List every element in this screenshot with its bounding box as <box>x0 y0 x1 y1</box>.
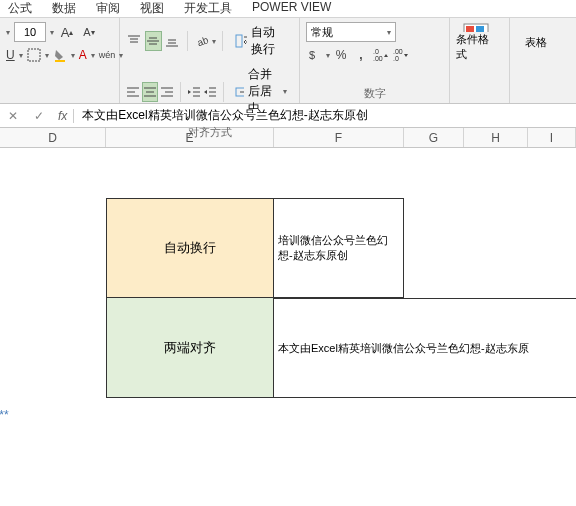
align-middle-icon[interactable] <box>145 31 162 51</box>
increase-font-icon[interactable]: A▴ <box>58 23 76 41</box>
comma-icon[interactable]: , <box>352 46 370 64</box>
tab-devtools[interactable]: 开发工具 <box>184 0 232 17</box>
border-caret[interactable]: ▾ <box>45 51 49 60</box>
number-group: 常规 ▾ $ ▾ % , .0.00 .00.0 数字 <box>300 18 450 103</box>
tab-view[interactable]: 视图 <box>140 0 164 17</box>
decrease-decimal-icon[interactable]: .00.0 <box>392 46 410 64</box>
number-format-select[interactable]: 常规 ▾ <box>306 22 396 42</box>
svg-text:.00: .00 <box>373 55 383 62</box>
cell-overflow-2[interactable]: 本文由Excel精英培训微信公众号兰色幻想-赵志东原 <box>274 298 576 398</box>
phonetic-icon[interactable]: wén <box>99 46 116 64</box>
align-left-icon[interactable] <box>126 82 140 102</box>
row-asterisks: **** <box>0 408 9 422</box>
col-header-f[interactable]: F <box>274 128 404 147</box>
fx-icon[interactable]: fx <box>52 109 74 123</box>
svg-rect-0 <box>28 49 40 61</box>
ribbon-tabs: 公式 数据 审阅 视图 开发工具 POWER VIEW <box>0 0 576 18</box>
number-group-label: 数字 <box>306 86 443 101</box>
col-header-e[interactable]: E <box>106 128 274 147</box>
svg-text:.0: .0 <box>393 55 399 62</box>
cell-overflow-1[interactable]: 培训微信公众号兰色幻想-赵志东原创 <box>274 198 404 298</box>
tab-powerview[interactable]: POWER VIEW <box>252 0 331 17</box>
col-header-g[interactable]: G <box>404 128 464 147</box>
styles-group: 条件格式 <box>450 18 510 103</box>
align-center-icon[interactable] <box>142 82 158 102</box>
align-top-icon[interactable] <box>126 31 143 51</box>
increase-decimal-icon[interactable]: .0.00 <box>372 46 390 64</box>
ribbon: ▾ 10 ▾ A▴ A▾ U ▾ ▾ ▾ A ▾ wén ▾ <box>0 18 576 104</box>
decrease-indent-icon[interactable] <box>187 82 201 102</box>
wrap-icon <box>235 34 247 48</box>
fontcolor-caret[interactable]: ▾ <box>91 51 95 60</box>
svg-rect-12 <box>236 35 242 47</box>
border-icon[interactable] <box>27 46 41 64</box>
format-value: 常规 <box>311 25 333 40</box>
underline-caret[interactable]: ▾ <box>19 51 23 60</box>
underline-icon[interactable]: U <box>6 46 15 64</box>
svg-text:.00: .00 <box>393 48 403 55</box>
worksheet[interactable]: 自动换行 培训微信公众号兰色幻想-赵志东原创 两端对齐 本文由Excel精英培训… <box>0 148 576 506</box>
accept-icon[interactable]: ✓ <box>26 109 52 123</box>
merge-icon <box>235 85 243 99</box>
orientation-caret[interactable]: ▾ <box>212 37 216 46</box>
format-caret: ▾ <box>387 28 391 37</box>
svg-text:.0: .0 <box>373 48 379 55</box>
table-format-button[interactable]: 表格 <box>516 22 556 62</box>
wrap-text-button[interactable]: 自动换行 <box>229 22 293 60</box>
font-group: ▾ 10 ▾ A▴ A▾ U ▾ ▾ ▾ A ▾ wén ▾ <box>0 18 120 103</box>
col-header-i[interactable]: I <box>528 128 576 147</box>
column-headers: D E F G H I <box>0 128 576 148</box>
percent-icon[interactable]: % <box>332 46 350 64</box>
svg-rect-1 <box>55 60 65 62</box>
table-group: 表格 <box>510 18 540 103</box>
table-label: 表格 <box>525 35 547 50</box>
formula-input[interactable] <box>74 109 576 123</box>
tab-formula[interactable]: 公式 <box>8 0 32 17</box>
cell-justify[interactable]: 两端对齐 <box>106 298 274 398</box>
fill-caret[interactable]: ▾ <box>71 51 75 60</box>
fill-color-icon[interactable] <box>53 46 67 64</box>
font-color-icon[interactable]: A <box>79 46 87 64</box>
merge-caret[interactable]: ▾ <box>283 87 287 96</box>
increase-indent-icon[interactable] <box>203 82 217 102</box>
cancel-icon[interactable]: ✕ <box>0 109 26 123</box>
align-bottom-icon[interactable] <box>164 31 181 51</box>
currency-caret[interactable]: ▾ <box>326 51 330 60</box>
currency-icon[interactable]: $ <box>306 46 324 64</box>
tab-data[interactable]: 数据 <box>52 0 76 17</box>
conditional-format-button[interactable]: 条件格式 <box>456 22 496 62</box>
conditional-label: 条件格式 <box>456 32 496 62</box>
tab-review[interactable]: 审阅 <box>96 0 120 17</box>
font-dropdown-caret[interactable]: ▾ <box>6 28 10 37</box>
size-caret[interactable]: ▾ <box>50 28 54 37</box>
conditional-format-icon <box>462 22 490 32</box>
cell-wrap-text[interactable]: 自动换行 <box>106 198 274 298</box>
svg-text:$: $ <box>309 49 315 61</box>
alignment-group: ab ▾ 自动换行 合并后居中 ▾ <box>120 18 300 103</box>
align-right-icon[interactable] <box>160 82 174 102</box>
col-header-d[interactable]: D <box>0 128 106 147</box>
wrap-label: 自动换行 <box>251 24 287 58</box>
col-header-h[interactable]: H <box>464 128 528 147</box>
svg-text:ab: ab <box>196 34 209 48</box>
decrease-font-icon[interactable]: A▾ <box>80 23 98 41</box>
orientation-icon[interactable]: ab <box>194 31 211 51</box>
font-size-input[interactable]: 10 <box>14 22 46 42</box>
